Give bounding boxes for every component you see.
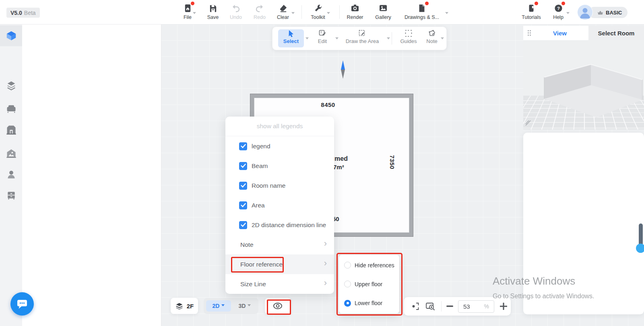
rail-item-furniture[interactable] (0, 98, 22, 119)
caret-down-icon (221, 304, 225, 308)
mode-2d-button[interactable]: 2D (206, 300, 231, 312)
resize-handle-icon[interactable] (525, 120, 531, 126)
wrench-icon (313, 3, 323, 13)
option-lower-floor[interactable]: Lower floor (339, 294, 399, 313)
toolkit-button[interactable]: Toolkit (305, 3, 331, 20)
checkbox-checked-icon[interactable] (239, 221, 247, 229)
tab-select-room[interactable]: Select Room (588, 26, 644, 40)
checkbox-checked-icon[interactable] (239, 182, 247, 190)
floor-switch-button[interactable]: 2F (171, 298, 198, 314)
option-label: Lower floor (355, 300, 382, 306)
clear-caret-icon[interactable] (291, 12, 295, 16)
help-notification-dot (561, 2, 565, 5)
menu-item-label: Size Line (240, 281, 266, 288)
help-label: Help (553, 14, 564, 20)
drawings-button[interactable]: Drawings & S... (402, 3, 441, 20)
layers-icon (175, 302, 184, 310)
checkbox-checked-icon[interactable] (239, 142, 247, 150)
avatar[interactable] (577, 4, 593, 20)
gallery-button[interactable]: Gallery (370, 3, 396, 20)
drag-handle-icon[interactable] (527, 30, 531, 36)
undo-button[interactable]: Undo (223, 3, 249, 20)
toolkit-caret-icon[interactable] (327, 12, 330, 16)
render-button[interactable]: Render (342, 3, 368, 20)
edit-caret-icon[interactable] (335, 37, 339, 41)
rail-item-storage[interactable] (0, 185, 22, 206)
draw-area-caret-icon[interactable] (387, 37, 390, 41)
select-tool-button[interactable]: Select (278, 29, 304, 47)
legend-context-menu: show all legends legend Beam Room name A… (225, 117, 334, 294)
note-caret-icon[interactable] (441, 37, 444, 41)
chat-support-button[interactable] (10, 292, 34, 316)
note-tool-button[interactable]: Note (422, 29, 442, 44)
zoom-out-icon[interactable] (446, 305, 453, 307)
3d-viewport[interactable] (523, 40, 644, 129)
app-window: 8450 7350 med 7m² 50 Select Edit Draw th… (0, 0, 644, 326)
menu-item-floor-reference[interactable]: Floor reference › (225, 254, 334, 274)
plan-badge[interactable]: BASIC (588, 7, 627, 18)
zoom-in-icon[interactable] (500, 303, 507, 310)
fit-view-icon[interactable] (411, 302, 420, 311)
radio-unselected-icon[interactable] (344, 281, 351, 287)
checkbox-checked-icon[interactable] (239, 201, 247, 209)
redo-label: Redo (254, 14, 266, 20)
canvas-toolbar: Select Edit Draw the Area Guides Note (272, 27, 447, 50)
help-button[interactable]: ? Help (545, 3, 572, 20)
menu-item-room-name[interactable]: Room name (225, 176, 334, 195)
redo-icon (254, 3, 265, 13)
rail-item-construction[interactable] (0, 119, 22, 140)
save-icon (208, 3, 218, 13)
option-upper-floor[interactable]: Upper floor (339, 275, 399, 293)
tab-view[interactable]: View (523, 26, 588, 40)
camera-icon (350, 3, 360, 13)
gallery-label: Gallery (375, 14, 391, 20)
version-badge: V5.0 Beta (6, 8, 40, 18)
menu-item-area[interactable]: Area (225, 195, 334, 215)
radio-selected-icon[interactable] (344, 300, 351, 307)
select-caret-icon[interactable] (305, 37, 309, 41)
document-icon (417, 3, 427, 13)
save-label: Save (207, 14, 219, 20)
radio-unselected-icon[interactable] (344, 262, 351, 269)
menu-header[interactable]: show all legends (225, 117, 334, 136)
app-header: V5.0 Beta File Save Undo (0, 0, 644, 25)
panel-scrollbar-thumb[interactable] (636, 244, 644, 253)
toolkit-label: Toolkit (311, 14, 325, 20)
menu-item-2d-dimension-line[interactable]: 2D distance dimension line (225, 215, 334, 235)
redo-button[interactable]: Redo (246, 3, 273, 20)
room-area-fragment: 7m² (333, 164, 344, 170)
file-caret-icon[interactable] (193, 12, 196, 16)
menu-item-note[interactable]: Note › (225, 235, 334, 254)
checkbox-checked-icon[interactable] (239, 162, 247, 170)
rail-item-levels[interactable] (0, 75, 22, 96)
mode-3d-button[interactable]: 3D (231, 303, 258, 309)
tutorials-button[interactable]: Tutorials (518, 3, 545, 20)
toolbar-divider (441, 301, 442, 312)
rail-item-floorplan[interactable] (0, 25, 22, 46)
dimension-top: 8450 (250, 101, 406, 108)
menu-item-label: Area (252, 202, 265, 209)
guides-tool-button[interactable]: Guides (396, 29, 421, 44)
menu-item-beam[interactable]: Beam (225, 156, 334, 176)
edit-tool-label: Edit (318, 38, 327, 44)
draw-area-tool-button[interactable]: Draw the Area (340, 29, 384, 44)
clear-button[interactable]: Clear (270, 3, 296, 20)
drawings-label: Drawings & S... (405, 14, 439, 20)
drawings-caret-icon[interactable] (445, 12, 448, 16)
zoom-level-unit: % (484, 303, 489, 310)
person-icon (6, 169, 17, 180)
help-caret-icon[interactable] (566, 12, 570, 16)
zoom-level-input[interactable]: 53 % (458, 300, 494, 313)
option-label: Upper floor (355, 281, 382, 287)
menu-item-legend[interactable]: legend (225, 136, 334, 156)
menu-item-size-line[interactable]: Size Line › (225, 274, 334, 294)
option-hide-references[interactable]: Hide references (339, 256, 399, 275)
rail-item-account[interactable] (0, 164, 22, 185)
file-notification-dot (191, 2, 194, 5)
edit-tool-button[interactable]: Edit (311, 29, 334, 44)
version-label: V5.0 (10, 10, 22, 16)
visibility-button[interactable] (265, 298, 291, 314)
zoom-area-icon[interactable] (425, 302, 436, 311)
file-button[interactable]: File (174, 3, 201, 20)
rail-item-templates[interactable] (0, 143, 22, 164)
